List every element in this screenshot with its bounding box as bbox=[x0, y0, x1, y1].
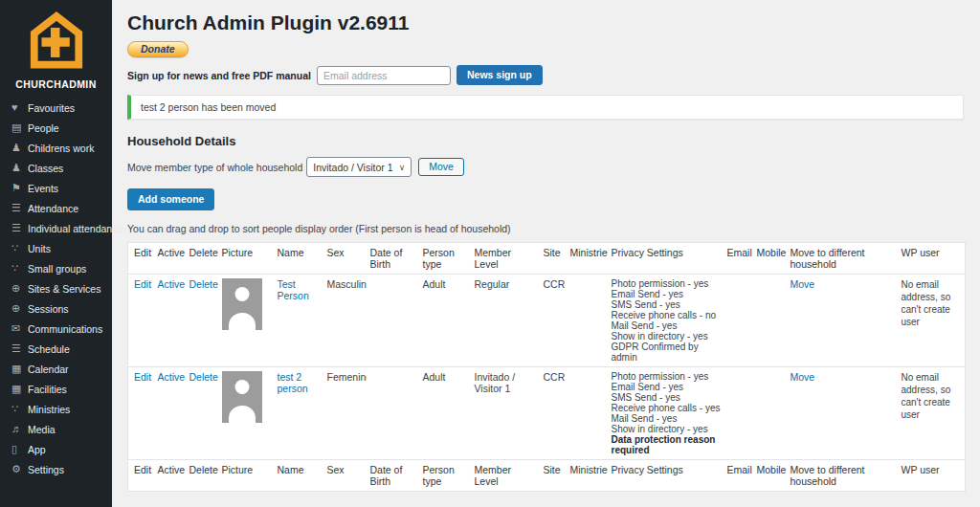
sidebar-item-communications[interactable]: ✉Communications bbox=[0, 319, 112, 339]
col-site: Site bbox=[540, 460, 567, 492]
col-privacy: Privacy Settings bbox=[608, 460, 724, 492]
col-active: Active bbox=[154, 460, 186, 492]
main-content: Church Admin Plugin v2.6911 Donate Sign … bbox=[112, 0, 980, 507]
brand-text: CHURCHADMIN bbox=[0, 78, 112, 90]
col-member-level: Member Level bbox=[471, 460, 540, 492]
col-ministries: Ministries bbox=[567, 460, 608, 492]
col-email: Email bbox=[724, 460, 753, 492]
newsletter-signup-row: Sign up for news and free PDF manual New… bbox=[127, 65, 964, 85]
delete-link[interactable]: Delete bbox=[189, 371, 218, 383]
success-notice: test 2 person has been moved bbox=[127, 95, 964, 120]
col-sex: Sex bbox=[323, 460, 367, 492]
privacy-line: Mail Send - yes bbox=[612, 413, 721, 424]
donate-button[interactable]: Donate bbox=[127, 41, 189, 57]
sidebar-item-people[interactable]: ▤People bbox=[0, 118, 112, 138]
sidebar-item-calendar[interactable]: ▦Calendar bbox=[0, 359, 112, 379]
sidebar-item-ministries[interactable]: ∵Ministries bbox=[0, 399, 112, 419]
sidebar-item-app[interactable]: ▯App bbox=[0, 439, 112, 459]
sidebar-item-schedule[interactable]: ☰Schedule bbox=[0, 339, 112, 359]
col-mobile: Mobile bbox=[753, 243, 787, 275]
sidebar-item-individual-attendance[interactable]: ☰Individual attendance bbox=[0, 218, 112, 238]
sitemap-icon: ∵ bbox=[11, 263, 28, 274]
megaphone-icon: ✉ bbox=[11, 323, 28, 334]
privacy-line: Email Send - yes bbox=[612, 382, 721, 392]
edit-link[interactable]: Edit bbox=[134, 278, 151, 290]
chevron-down-icon: ∨ bbox=[399, 163, 406, 172]
id-card-icon: ▤ bbox=[11, 122, 28, 133]
delete-link[interactable]: Delete bbox=[189, 278, 218, 290]
privacy-line: GDPR Confirmed by admin bbox=[612, 342, 721, 363]
gear-icon: ⚙ bbox=[11, 464, 28, 474]
move-button[interactable]: Move bbox=[418, 158, 464, 176]
sidebar-item-sites-services[interactable]: ⊕Sites & Services bbox=[0, 278, 112, 298]
active-link[interactable]: Active bbox=[158, 278, 186, 290]
drag-drop-hint: You can drag and drop to sort people dis… bbox=[127, 223, 964, 234]
sidebar-item-settings[interactable]: ⚙Settings bbox=[0, 459, 112, 479]
selected-option: Invitado / Visitor 1 bbox=[313, 162, 392, 173]
col-ministries: Ministries bbox=[567, 243, 608, 275]
wp-user-note: No email address, so can't create user bbox=[902, 279, 951, 327]
sidebar-item-label: Childrens work bbox=[28, 143, 94, 154]
site-value: CCR bbox=[544, 371, 566, 383]
sidebar-item-childrens-work[interactable]: ♟Childrens work bbox=[0, 138, 112, 158]
col-move-household: Move to different household bbox=[787, 460, 898, 492]
sidebar-item-events[interactable]: ⚑Events bbox=[0, 178, 112, 198]
sidebar-item-label: Sessions bbox=[28, 303, 69, 315]
active-link[interactable]: Active bbox=[158, 371, 186, 383]
col-picture: Picture bbox=[218, 460, 274, 492]
household-members-table: Edit Active Delete Picture Name Sex Date… bbox=[127, 242, 966, 492]
admin-sidebar: CHURCHADMIN ♥Favourites ▤People ♟Childre… bbox=[0, 0, 112, 507]
privacy-line: Receive phone calls - yes bbox=[612, 403, 721, 413]
sitemap-icon: ∵ bbox=[11, 404, 28, 414]
col-dob: Date of Birth bbox=[367, 243, 419, 275]
sidebar-item-small-groups[interactable]: ∵Small groups bbox=[0, 258, 112, 278]
sidebar-item-label: Media bbox=[28, 424, 56, 435]
sidebar-item-label: Units bbox=[28, 243, 51, 254]
notice-message: test 2 person has been moved bbox=[141, 101, 276, 113]
person-type-value: Adult bbox=[423, 371, 446, 383]
mobile-icon: ▯ bbox=[11, 444, 28, 454]
col-wp-user: WP user bbox=[898, 243, 966, 275]
col-person-type: Person type bbox=[419, 460, 471, 492]
speaker-icon: ♬ bbox=[11, 424, 28, 434]
sidebar-item-label: Schedule bbox=[28, 343, 70, 355]
sidebar-item-facilities[interactable]: ▦Facilities bbox=[0, 379, 112, 399]
privacy-line: Photo permission - yes bbox=[612, 278, 721, 289]
move-link[interactable]: Move bbox=[791, 278, 815, 290]
sidebar-item-favourites[interactable]: ♥Favourites bbox=[0, 98, 112, 118]
email-input[interactable] bbox=[317, 66, 451, 85]
move-household-label: Move member type of whole household bbox=[127, 162, 302, 173]
sidebar-item-classes[interactable]: ♟Classes bbox=[0, 158, 112, 178]
person-type-value: Adult bbox=[423, 278, 446, 290]
sidebar-item-label: Attendance bbox=[28, 203, 78, 214]
church-house-icon bbox=[27, 10, 86, 69]
household-details-heading: Household Details bbox=[127, 134, 964, 148]
news-signup-button[interactable]: News sign up bbox=[457, 65, 543, 85]
privacy-line: Photo permission - yes bbox=[612, 371, 721, 382]
sidebar-item-label: Sites & Services bbox=[28, 283, 100, 295]
person-name-link[interactable]: Test Person bbox=[278, 278, 309, 301]
col-edit: Edit bbox=[128, 460, 154, 492]
col-privacy: Privacy Settings bbox=[608, 243, 724, 275]
sidebar-item-units[interactable]: ∵Units bbox=[0, 238, 112, 258]
list-icon: ☰ bbox=[11, 203, 28, 213]
sidebar-item-attendance[interactable]: ☰Attendance bbox=[0, 198, 112, 218]
sidebar-item-label: Facilities bbox=[28, 384, 67, 395]
move-link[interactable]: Move bbox=[791, 371, 815, 383]
privacy-line: SMS Send - yes bbox=[612, 392, 721, 403]
privacy-settings-cell: Photo permission - yes Email Send - yes … bbox=[608, 367, 724, 460]
person-name-link[interactable]: test 2 person bbox=[278, 371, 308, 394]
table-header-row: Edit Active Delete Picture Name Sex Date… bbox=[128, 243, 966, 275]
sidebar-item-label: Ministries bbox=[28, 404, 70, 415]
col-name: Name bbox=[274, 460, 323, 492]
sidebar-item-label: People bbox=[28, 122, 59, 134]
page-title: Church Admin Plugin v2.6911 bbox=[127, 11, 964, 34]
calendar-icon: ▦ bbox=[11, 384, 28, 394]
flag-icon: ⚑ bbox=[11, 183, 28, 193]
member-type-select[interactable]: Invitado / Visitor 1 ∨ bbox=[306, 157, 412, 177]
sidebar-item-label: Individual attendance bbox=[28, 223, 122, 234]
sidebar-item-media[interactable]: ♬Media bbox=[0, 419, 112, 439]
sidebar-item-sessions[interactable]: ⊕Sessions bbox=[0, 298, 112, 319]
edit-link[interactable]: Edit bbox=[134, 371, 151, 383]
add-someone-button[interactable]: Add someone bbox=[127, 188, 214, 210]
